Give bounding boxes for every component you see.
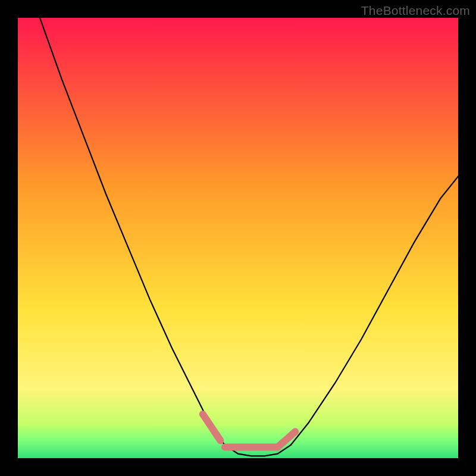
curve-left-branch	[40, 18, 225, 445]
highlight-segment-left	[203, 414, 221, 440]
curve-right-branch	[291, 176, 458, 444]
watermark-text: TheBottleneck.com	[361, 4, 470, 18]
frame: TheBottleneck.com	[0, 0, 476, 476]
highlight-segment-right	[278, 432, 296, 447]
plot-area	[18, 18, 458, 458]
curve-layer	[18, 18, 458, 458]
